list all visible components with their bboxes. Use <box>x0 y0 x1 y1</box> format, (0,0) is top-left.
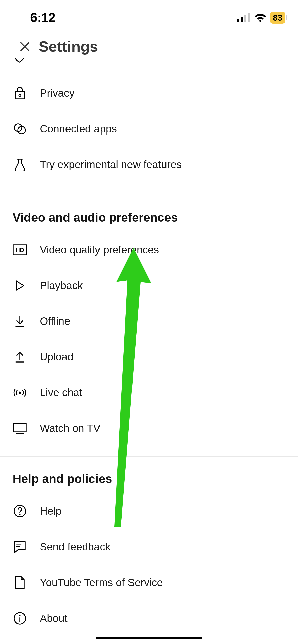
menu-item-experimental[interactable]: Try experimental new features <box>0 147 298 182</box>
menu-item-offline[interactable]: Offline <box>0 303 298 339</box>
menu-item-watch-on-tv[interactable]: Watch on TV <box>0 411 298 446</box>
svg-rect-3 <box>248 13 250 22</box>
menu-item-label: Watch on TV <box>40 422 100 435</box>
menu-item-label: Live chat <box>40 386 82 399</box>
menu-item-label: Help <box>40 505 61 517</box>
lock-icon <box>13 86 27 100</box>
cellular-signal-icon <box>237 13 251 22</box>
close-icon[interactable] <box>19 41 31 53</box>
svg-rect-0 <box>237 19 239 22</box>
svg-rect-1 <box>241 17 243 22</box>
page-title: Settings <box>39 38 98 55</box>
menu-item-playback[interactable]: Playback <box>0 268 298 303</box>
menu-item-label: Video quality preferences <box>40 244 159 256</box>
menu-item-live-chat[interactable]: Live chat <box>0 375 298 411</box>
section-title-video: Video and audio preferences <box>0 195 298 232</box>
menu-item-label: Connected apps <box>40 123 117 135</box>
menu-item-label: YouTube Terms of Service <box>40 576 163 589</box>
hd-icon: HD <box>13 243 27 257</box>
menu-item-privacy[interactable]: Privacy <box>0 75 298 111</box>
svg-rect-6 <box>15 91 24 99</box>
status-time: 6:12 <box>30 10 55 25</box>
tv-icon <box>13 421 27 436</box>
live-icon <box>13 385 27 400</box>
upload-icon <box>13 350 27 364</box>
menu-item-about[interactable]: About <box>0 600 298 636</box>
menu-item-label: About <box>40 612 68 625</box>
menu-item-connected-apps[interactable]: Connected apps <box>0 111 298 147</box>
menu-item-label: Playback <box>40 279 83 292</box>
connected-circles-icon <box>13 122 27 136</box>
menu-item-label: Upload <box>40 351 73 363</box>
section-account-continued: Privacy Connected apps Try experimental … <box>0 75 298 195</box>
menu-item-label: Send feedback <box>40 541 110 553</box>
section-title-help: Help and policies <box>0 457 298 493</box>
svg-point-22 <box>19 514 21 515</box>
menu-item-upload[interactable]: Upload <box>0 339 298 375</box>
status-icons-group: 83 <box>237 12 285 24</box>
battery-percent: 83 <box>273 13 282 23</box>
battery-indicator: 83 <box>270 12 285 24</box>
menu-item-send-feedback[interactable]: Send feedback <box>0 529 298 565</box>
svg-rect-2 <box>244 15 246 22</box>
menu-item-label: Privacy <box>40 87 75 99</box>
menu-item-label: Offline <box>40 315 70 328</box>
section-help-policies: Help and policies Help Send feedback <box>0 457 298 644</box>
svg-text:HD: HD <box>16 247 24 253</box>
section-video-audio: Video and audio preferences HD Video qua… <box>0 195 298 457</box>
feedback-icon <box>13 540 27 554</box>
menu-item-terms[interactable]: YouTube Terms of Service <box>0 565 298 600</box>
menu-item-label: Try experimental new features <box>40 158 182 171</box>
home-indicator[interactable] <box>96 637 202 639</box>
menu-item-your-data[interactable]: Your data in YouTube <box>0 58 298 75</box>
svg-point-18 <box>19 392 21 394</box>
play-icon <box>13 278 27 293</box>
wifi-icon <box>254 13 267 22</box>
svg-point-7 <box>19 94 21 96</box>
menu-item-video-quality[interactable]: HD Video quality preferences <box>0 232 298 268</box>
document-icon <box>13 575 27 590</box>
svg-point-26 <box>19 615 21 616</box>
question-icon <box>13 504 27 518</box>
svg-marker-13 <box>16 281 24 290</box>
status-bar: 6:12 83 <box>0 0 298 33</box>
download-icon <box>13 314 27 329</box>
flask-icon <box>13 157 27 172</box>
info-icon <box>13 611 27 626</box>
shield-icon <box>13 58 26 63</box>
menu-item-help[interactable]: Help <box>0 493 298 529</box>
svg-rect-19 <box>14 423 26 432</box>
